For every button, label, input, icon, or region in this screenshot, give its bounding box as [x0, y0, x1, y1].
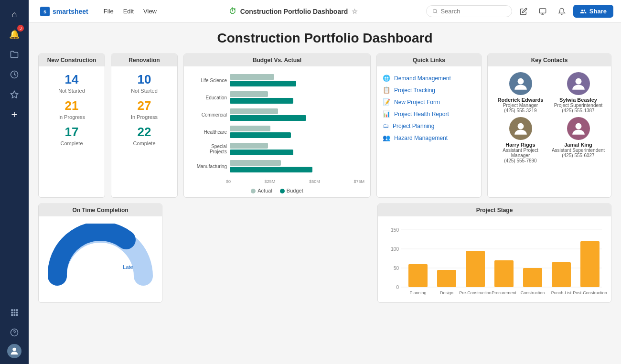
sidebar-item-add[interactable]: +: [6, 106, 23, 123]
stage-bar: [437, 270, 456, 287]
topbar: s smartsheet File Edit View ⏱ Constructi…: [29, 0, 621, 23]
ren-not-started-value: 10: [117, 72, 171, 87]
sidebar-item-folders[interactable]: [6, 46, 23, 63]
user-avatar[interactable]: [7, 344, 21, 358]
on-time-body: On Time Late: [39, 216, 162, 293]
bar-row: Commercial: [193, 108, 361, 121]
edit-icon-btn[interactable]: [516, 4, 531, 19]
share-icon: [580, 8, 587, 15]
sidebar-item-recent[interactable]: [6, 66, 23, 83]
search-input[interactable]: [440, 8, 505, 15]
present-icon-btn[interactable]: [535, 4, 550, 19]
link-label: Project Health Report: [394, 111, 449, 118]
bar-label: Education: [193, 95, 227, 100]
renovation-body: 10 Not Started 27 In Progress 22 Complet…: [111, 66, 177, 157]
nc-in-progress-value: 21: [44, 98, 99, 113]
key-contacts-header: Key Contacts: [488, 54, 611, 66]
topbar-title-text: Construction Portfolio Dashboard: [240, 8, 348, 15]
new-construction-card: New Construction 14 Not Started 21 In Pr…: [38, 54, 105, 198]
bar-row: Life Science: [193, 74, 361, 86]
nc-in-progress: 21 In Progress: [44, 98, 99, 120]
link-label: Project Tracking: [394, 87, 435, 94]
notification-badge: 3: [17, 25, 24, 32]
actual-bar: [230, 160, 281, 166]
budget-bar: [230, 81, 296, 86]
contact-phone: (425) 555-7890: [493, 158, 547, 163]
stage-bar: [408, 264, 428, 287]
svg-rect-9: [14, 314, 16, 316]
bar-row: Special Projects: [193, 143, 361, 155]
stage-bar: [580, 241, 600, 287]
sidebar-item-apps[interactable]: [6, 304, 23, 321]
favorite-star-icon[interactable]: ☆: [352, 8, 358, 15]
bars-group: [230, 91, 361, 104]
quick-link-item[interactable]: 📊Project Health Report: [383, 108, 475, 120]
chart-xaxis: $0 $25M $50M $75M: [190, 177, 364, 186]
key-contacts-body: Roderick Edwards Project Manager (425) 5…: [488, 66, 611, 169]
svg-text:Punch-List: Punch-List: [551, 290, 572, 295]
nc-not-started-label: Not Started: [44, 88, 99, 94]
topbar-actions: Share: [426, 4, 613, 19]
ren-in-progress-value: 27: [117, 98, 171, 113]
contact-item: Jamal King Assistant Superintendent (425…: [551, 117, 605, 163]
svg-text:0: 0: [396, 285, 399, 290]
svg-text:150: 150: [391, 227, 399, 233]
contact-phone: (425) 555-1387: [551, 108, 605, 113]
share-button[interactable]: Share: [573, 5, 613, 18]
search-box[interactable]: [426, 5, 512, 17]
contact-item: Sylwia Beasley Project Superintendent (4…: [551, 72, 605, 113]
key-contacts-card: Key Contacts Roderick Edwards Project Ma…: [487, 54, 611, 198]
quick-link-item[interactable]: 📝New Project Form: [383, 96, 475, 108]
bars-group: [230, 143, 361, 155]
notification-icon-btn[interactable]: [554, 4, 569, 19]
link-icon: 📊: [383, 110, 390, 118]
svg-rect-7: [16, 312, 18, 314]
nc-not-started-value: 14: [44, 72, 99, 87]
topbar-title: ⏱ Construction Portfolio Dashboard ☆: [168, 7, 418, 16]
sidebar-item-notifications[interactable]: 🔔 3: [6, 26, 23, 43]
quick-link-item[interactable]: 📋Project Tracking: [383, 84, 475, 96]
menu-file[interactable]: File: [100, 6, 118, 17]
actual-bar: [230, 108, 278, 114]
dashboard-title: Construction Portfolio Dashboard: [38, 31, 611, 46]
svg-rect-5: [11, 312, 13, 314]
link-label: Demand Management: [394, 75, 451, 82]
svg-text:Late: Late: [123, 264, 133, 270]
svg-rect-16: [539, 9, 546, 13]
sidebar-item-favorites[interactable]: [6, 86, 23, 103]
share-label: Share: [589, 8, 607, 15]
budget-bar: [230, 98, 293, 104]
project-stage-body: 150100500PlanningDesignPre-ConstructionP…: [378, 216, 611, 302]
spacer: [168, 203, 235, 303]
link-label: New Project Form: [394, 99, 440, 106]
project-stage-header: Project Stage: [378, 204, 611, 216]
on-time-card: On Time Completion On Time Late: [38, 203, 162, 303]
budget-bar: [230, 115, 306, 121]
quick-link-item[interactable]: 🌐Demand Management: [383, 72, 475, 84]
stage-bar: [466, 251, 485, 287]
bar-row: Healthcare: [193, 126, 361, 138]
sidebar-item-home[interactable]: ⌂: [6, 6, 23, 23]
contact-phone: (425) 555-6027: [551, 153, 605, 158]
menu-view[interactable]: View: [139, 6, 161, 17]
sidebar-item-help[interactable]: [6, 324, 23, 341]
svg-text:100: 100: [391, 246, 399, 252]
renovation-header: Renovation: [111, 54, 177, 66]
svg-text:Construction: Construction: [521, 290, 545, 295]
contact-name: Harry Riggs: [493, 142, 547, 148]
contact-role: Assistant Project Manager: [493, 148, 547, 158]
quick-link-item[interactable]: 🗂Project Planning: [383, 120, 475, 132]
svg-text:Pre-Construction: Pre-Construction: [459, 290, 492, 295]
svg-rect-4: [16, 309, 18, 311]
bar-row: Education: [193, 91, 361, 104]
x-label-0: $0: [226, 179, 231, 184]
logo-text: smartsheet: [53, 8, 88, 15]
nc-not-started: 14 Not Started: [44, 72, 99, 94]
nc-complete: 17 Complete: [44, 125, 99, 146]
row-2: On Time Completion On Time Late: [38, 203, 611, 303]
chart-legend: Actual Budget: [190, 188, 364, 193]
svg-text:Post-Construction: Post-Construction: [573, 290, 607, 295]
contact-role: Project Manager: [493, 103, 547, 108]
quick-link-item[interactable]: 👥Hazard Management: [383, 132, 475, 144]
menu-edit[interactable]: Edit: [119, 6, 138, 17]
